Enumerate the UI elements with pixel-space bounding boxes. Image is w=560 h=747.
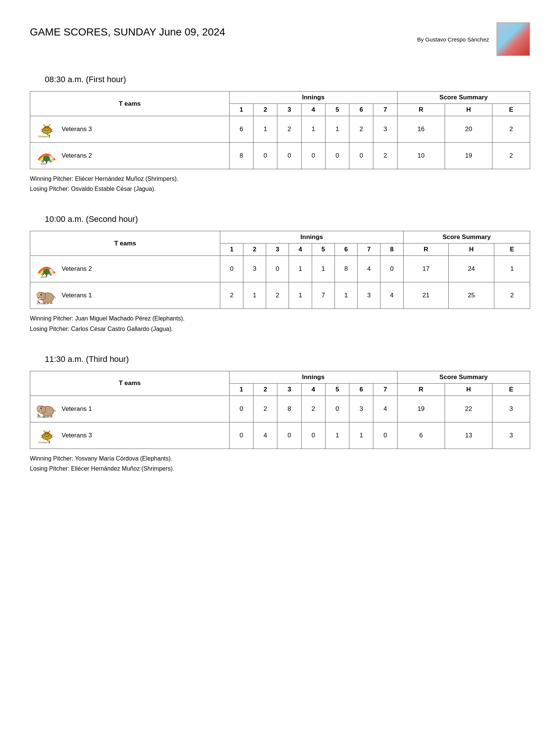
svg-line-39 xyxy=(43,430,45,433)
inning-6-score: 3 xyxy=(349,396,373,422)
inning-4-score: 1 xyxy=(289,256,312,282)
summary-col-h: H xyxy=(449,244,494,256)
svg-point-2 xyxy=(45,127,47,128)
team-cell-0: Shrimpers Veterans 3 xyxy=(30,116,230,143)
inning-6-score: 2 xyxy=(349,116,373,143)
inning-2-score: 3 xyxy=(243,256,266,282)
summary-errors: 2 xyxy=(494,282,530,309)
summary-hits: 24 xyxy=(449,256,494,282)
inning-col-3: 3 xyxy=(266,244,289,256)
summary-errors: 3 xyxy=(492,396,530,422)
inning-5-score: 7 xyxy=(312,282,335,309)
inning-6-score: 8 xyxy=(335,256,357,282)
team-logo-elephants: Elephants xyxy=(35,286,58,305)
inning-1-score: 0 xyxy=(220,256,243,282)
team-cell-0: Elephants Veterans 1 xyxy=(30,396,230,422)
inning-6-score: 0 xyxy=(349,143,373,169)
losing-pitcher: Losing Pitcher: Osvaldo Estable César (J… xyxy=(30,184,530,194)
page-title: GAME SCORES, SUNDAY June 09, 2024 xyxy=(30,26,225,38)
winning-pitcher: Winning Pitcher: Juan Miguel Machado Pér… xyxy=(30,313,530,323)
inning-7-score: 0 xyxy=(373,422,397,449)
summary-col-r: R xyxy=(397,383,445,396)
inning-1-score: 2 xyxy=(220,282,243,309)
svg-point-17 xyxy=(49,269,55,273)
inning-4-score: 0 xyxy=(301,143,325,169)
summary-runs: 10 xyxy=(397,143,445,169)
svg-rect-25 xyxy=(50,301,52,304)
team-cell-1: Jagua Veterans 2 xyxy=(30,143,230,169)
score-summary-header: Score Summary xyxy=(403,231,530,244)
inning-3-score: 0 xyxy=(266,256,289,282)
pitcher-info: Winning Pitcher: Juan Miguel Machado Pér… xyxy=(30,313,530,334)
inning-1-score: 0 xyxy=(229,396,253,422)
summary-hits: 13 xyxy=(445,422,492,449)
summary-runs: 17 xyxy=(403,256,449,282)
inning-8-score: 0 xyxy=(380,256,403,282)
summary-col-h: H xyxy=(445,104,492,116)
score-summary-header: Score Summary xyxy=(397,92,530,104)
svg-line-5 xyxy=(48,124,50,127)
pitcher-info: Winning Pitcher: Yosvany María Córdova (… xyxy=(30,453,530,474)
inning-4-score: 2 xyxy=(301,396,325,422)
svg-point-30 xyxy=(40,407,42,409)
table-row: Shrimpers Veterans 304001106133 xyxy=(30,422,530,449)
inning-col-5: 5 xyxy=(325,104,349,116)
inning-col-2: 2 xyxy=(243,244,266,256)
inning-1-score: 8 xyxy=(229,143,253,169)
inning-col-1: 1 xyxy=(220,244,243,256)
teams-header: T eams xyxy=(30,231,220,256)
inning-col-7: 7 xyxy=(373,104,397,116)
inning-2-score: 2 xyxy=(253,396,277,422)
inning-3-score: 2 xyxy=(277,116,301,143)
table-row: Elephants Veterans 12121713421252 xyxy=(30,282,530,309)
team-cell-1: Shrimpers Veterans 3 xyxy=(30,422,230,449)
team-cell-1: Elephants Veterans 1 xyxy=(30,282,220,309)
teams-header: T eams xyxy=(30,92,230,116)
summary-errors: 2 xyxy=(492,143,530,169)
score-summary-header: Score Summary xyxy=(397,371,530,383)
inning-3-score: 0 xyxy=(277,422,301,449)
team-logo-jagua: Jagua xyxy=(35,260,58,278)
summary-runs: 16 xyxy=(397,116,445,143)
game-time-3: 11:30 a.m. (Third hour) xyxy=(45,354,530,364)
svg-point-36 xyxy=(44,432,49,437)
pitcher-info: Winning Pitcher: Eliécer Hernández Muñoz… xyxy=(30,174,530,194)
inning-2-score: 1 xyxy=(243,282,266,309)
inning-8-score: 4 xyxy=(380,282,403,309)
team-cell-0: Jagua Veterans 2 xyxy=(30,256,220,282)
inning-5-score: 1 xyxy=(325,116,349,143)
inning-col-2: 2 xyxy=(253,383,277,396)
table-row: Shrimpers Veterans 3612112316202 xyxy=(30,116,530,143)
svg-point-37 xyxy=(45,433,47,434)
summary-errors: 1 xyxy=(494,256,530,282)
inning-1-score: 6 xyxy=(229,116,253,143)
team-name: Veterans 1 xyxy=(62,405,92,413)
summary-errors: 3 xyxy=(492,422,530,449)
summary-hits: 25 xyxy=(449,282,494,309)
svg-rect-33 xyxy=(50,415,52,417)
inning-col-4: 4 xyxy=(301,104,325,116)
inning-7-score: 3 xyxy=(373,116,397,143)
summary-runs: 19 xyxy=(397,396,445,422)
inning-2-score: 4 xyxy=(253,422,277,449)
summary-runs: 21 xyxy=(403,282,449,309)
innings-header: Innings xyxy=(220,231,403,244)
inning-col-4: 4 xyxy=(301,383,325,396)
team-logo-shrimpers: Shrimpers xyxy=(35,426,58,445)
losing-pitcher: Losing Pitcher: Carlos César Castro Gall… xyxy=(30,324,530,334)
game-section-1: 08:30 a.m. (First hour)T eamsInningsScor… xyxy=(30,75,530,194)
svg-point-22 xyxy=(40,294,42,296)
summary-errors: 2 xyxy=(492,116,530,143)
inning-7-score: 3 xyxy=(358,282,380,309)
inning-3-score: 8 xyxy=(277,396,301,422)
summary-hits: 19 xyxy=(445,143,492,169)
svg-text:Shrimpers: Shrimpers xyxy=(38,441,49,444)
inning-col-6: 6 xyxy=(349,104,373,116)
inning-col-7: 7 xyxy=(358,244,380,256)
svg-point-13 xyxy=(49,155,55,159)
inning-2-score: 0 xyxy=(253,143,277,169)
inning-col-6: 6 xyxy=(349,383,373,396)
inning-5-score: 1 xyxy=(325,422,349,449)
inning-3-score: 2 xyxy=(266,282,289,309)
team-name: Veterans 2 xyxy=(62,152,92,159)
